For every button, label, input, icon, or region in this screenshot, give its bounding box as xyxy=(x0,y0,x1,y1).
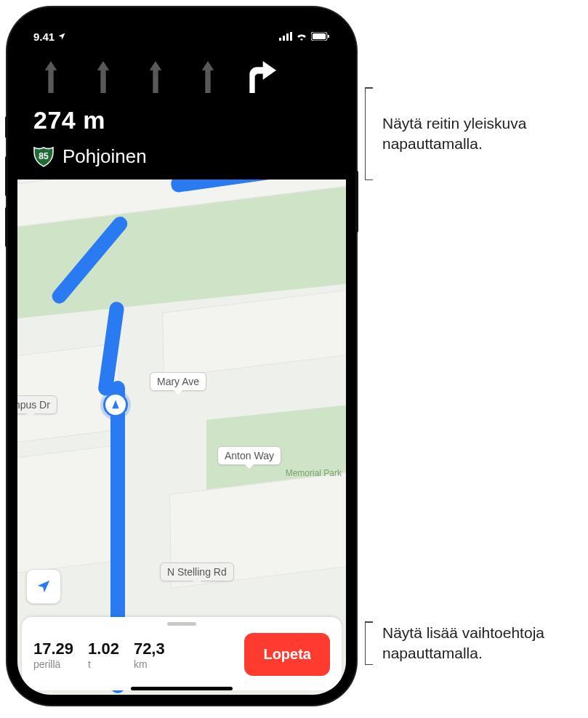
next-turn-distance: 274 m xyxy=(31,106,333,134)
location-arrow-icon xyxy=(36,578,52,594)
park-label: Memorial Park xyxy=(286,468,342,478)
status-time: 9.41 xyxy=(33,31,66,43)
eta-value: 17.29 xyxy=(33,640,73,658)
road-label: Mary Ave xyxy=(150,372,206,391)
svg-rect-3 xyxy=(290,32,292,41)
svg-rect-5 xyxy=(313,33,326,39)
card-grab-handle[interactable] xyxy=(167,622,196,626)
road-label: Anton Way xyxy=(217,446,281,465)
lane-turn-right-icon xyxy=(244,61,276,93)
cellular-icon xyxy=(279,32,292,41)
map-canvas[interactable]: Mary Ave Anton Way N Stelling Rd mpus Dr… xyxy=(17,177,346,695)
tracking-mode-button[interactable] xyxy=(26,569,61,604)
destination-name: Pohjoinen xyxy=(63,145,147,168)
callout-card: Näytä lisää vaihtoehtoja napauttamalla. xyxy=(365,621,564,665)
eta-stat: 17.29 perillä xyxy=(33,640,73,670)
road-label: N Stelling Rd xyxy=(160,562,234,581)
svg-rect-0 xyxy=(279,38,281,41)
location-arrow-icon xyxy=(57,32,66,41)
distance-label: km xyxy=(134,658,165,670)
distance-value: 72,3 xyxy=(134,640,165,658)
wifi-icon xyxy=(296,32,307,41)
trip-stats: 17.29 perillä 1.02 t 72,3 km xyxy=(33,640,165,670)
lane-straight-icon xyxy=(35,61,67,93)
clock-text: 9.41 xyxy=(33,31,55,43)
home-indicator[interactable] xyxy=(131,687,233,690)
svg-text:85: 85 xyxy=(39,151,49,161)
duration-stat: 1.02 t xyxy=(88,640,119,670)
callout-text: Näytä lisää vaihtoehtoja napauttamalla. xyxy=(382,623,564,664)
eta-label: perillä xyxy=(33,658,73,670)
iphone-frame: 9.41 274 m xyxy=(7,7,356,705)
battery-icon xyxy=(311,32,330,41)
callout-banner: Näytä reitin yleiskuva napauttamalla. xyxy=(365,87,564,180)
lane-guidance xyxy=(31,61,333,93)
svg-rect-1 xyxy=(283,36,285,41)
user-location-marker xyxy=(103,392,128,417)
lane-straight-icon xyxy=(140,61,172,93)
iphone-screen: 9.41 274 m xyxy=(17,17,346,695)
status-icons xyxy=(279,32,330,41)
lane-straight-icon xyxy=(192,61,224,93)
end-navigation-button[interactable]: Lopeta xyxy=(244,633,330,676)
road-label-partial: mpus Dr xyxy=(17,395,57,414)
destination-row: 85 Pohjoinen xyxy=(31,145,333,168)
duration-label: t xyxy=(88,658,119,670)
trip-summary-card[interactable]: 17.29 perillä 1.02 t 72,3 km Lopeta xyxy=(22,617,342,690)
callout-text: Näytä reitin yleiskuva napauttamalla. xyxy=(382,113,564,155)
notch xyxy=(113,17,251,39)
duration-value: 1.02 xyxy=(88,640,119,658)
distance-stat: 72,3 km xyxy=(134,640,165,670)
route-shield-icon: 85 xyxy=(32,145,55,168)
lane-straight-icon xyxy=(87,61,119,93)
svg-rect-6 xyxy=(328,35,329,38)
svg-rect-2 xyxy=(286,33,289,41)
